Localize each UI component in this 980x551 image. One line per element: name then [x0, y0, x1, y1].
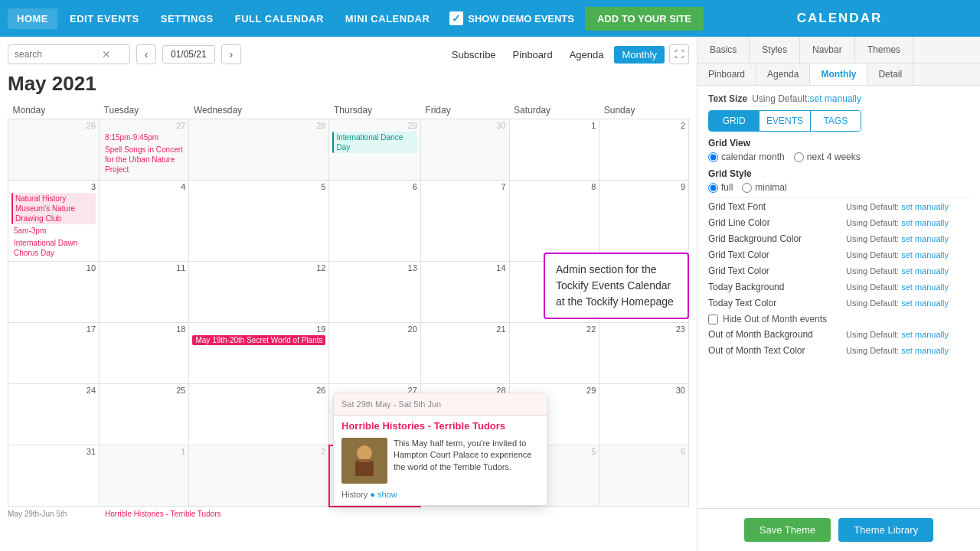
view-tab-monthly[interactable]: Monthly — [810, 64, 867, 85]
day-may-12: 12 — [189, 262, 329, 323]
nav-mini-calendar[interactable]: MINI CALENDAR — [336, 8, 439, 29]
event-item[interactable]: Natural History Museum's Nature Drawing … — [11, 193, 96, 224]
popup-tag[interactable]: History — [341, 490, 368, 499]
grid-text-font-link[interactable]: set manually — [901, 202, 949, 211]
next-month-button[interactable]: › — [221, 44, 241, 64]
grid-style-minimal[interactable]: minimal — [742, 182, 786, 193]
segment-events[interactable]: EVENTS — [759, 111, 809, 131]
grid-bg-color-label: Grid Background Color — [708, 233, 846, 244]
grid-bg-color-link[interactable]: set manually — [901, 234, 949, 243]
today-bg-link[interactable]: set manually — [901, 282, 949, 292]
view-tab-pinboard[interactable]: Pinboard — [697, 64, 756, 85]
grid-style-full[interactable]: full — [708, 182, 733, 193]
grid-text-color-row-1: Grid Text Color Using Default: set manua… — [708, 249, 969, 260]
pinboard-button[interactable]: Pinboard — [507, 46, 559, 64]
today-text-link[interactable]: set manually — [901, 298, 949, 308]
today-text-label: Today Text Color — [708, 298, 846, 308]
day-number: 3 — [11, 182, 96, 191]
nav-full-calendar[interactable]: FULL CALENDAR — [226, 8, 333, 29]
day-may-21: 21 — [420, 323, 509, 384]
day-number: 19 — [192, 324, 325, 334]
day-number: 2 — [603, 121, 685, 130]
day-number: 30 — [424, 121, 506, 130]
day-may-23: 23 — [599, 323, 689, 384]
tab-navbar[interactable]: Navbar — [800, 37, 855, 63]
day-may-11: 11 — [100, 262, 189, 323]
segment-grid[interactable]: GRID — [709, 111, 759, 131]
event-bar-title[interactable]: Horrible Histories - Terrible Tudors — [105, 510, 689, 518]
theme-library-button[interactable]: Theme Library — [838, 518, 933, 542]
agenda-button[interactable]: Agenda — [564, 46, 610, 64]
day-number: 9 — [603, 182, 685, 191]
search-clear-icon[interactable]: ✕ — [102, 48, 111, 60]
grid-style-options: full minimal — [708, 182, 969, 193]
subscribe-button[interactable]: Subscribe — [446, 46, 502, 64]
event-item[interactable]: 5am-3pm — [11, 225, 96, 236]
tab-styles[interactable]: Styles — [750, 37, 800, 63]
grid-line-color-link[interactable]: set manually — [901, 218, 949, 227]
search-box[interactable]: ✕ — [8, 44, 130, 64]
event-item[interactable]: May 19th-20th Secret World of Plants — [192, 335, 325, 345]
monthly-button[interactable]: Monthly — [614, 46, 665, 64]
day-number: 22 — [513, 324, 596, 334]
day-may-31: 31 — [8, 445, 100, 507]
prev-month-button[interactable]: ‹ — [136, 44, 156, 64]
nav-edit-events[interactable]: EDIT EVENTS — [60, 8, 149, 29]
radio-calendar-month[interactable] — [708, 152, 718, 162]
day-apr-28: 28 — [189, 119, 329, 181]
popup-event-title[interactable]: Horrible Histories - Terrible Tudors — [334, 416, 547, 435]
event-item[interactable]: Spell Songs in Concert for the Urban Nat… — [103, 144, 185, 175]
tab-themes[interactable]: Themes — [855, 37, 913, 63]
view-tab-detail[interactable]: Detail — [867, 64, 913, 85]
popup-show-link[interactable]: show — [377, 490, 397, 499]
radio-minimal[interactable] — [742, 183, 752, 193]
grid-text-color-label-1: Grid Text Color — [708, 249, 846, 260]
view-tabs: Pinboard Agenda Monthly Detail — [697, 64, 980, 86]
nav-show-demo[interactable]: ✓ SHOW DEMO EVENTS — [442, 7, 582, 30]
nav-add-to-site[interactable]: ADD TO YOUR SITE — [585, 7, 704, 31]
hide-out-of-month-checkbox[interactable] — [708, 315, 718, 324]
popup-description: This May half term, you're invited to Ha… — [394, 438, 539, 484]
admin-tooltip-text: Admin section for the Tockify Events Cal… — [556, 263, 674, 308]
event-item[interactable]: International Dawn Chorus Day — [11, 237, 96, 259]
col-monday: Monday — [8, 102, 100, 119]
search-input[interactable] — [15, 49, 99, 60]
event-item[interactable]: 8:15pm-9:45pm — [103, 132, 185, 143]
day-jun-6: 6 — [599, 445, 689, 507]
tab-basics[interactable]: Basics — [697, 37, 750, 63]
nav-settings[interactable]: SETTINGS — [152, 8, 223, 29]
day-jun-2: 2 — [189, 445, 329, 507]
out-month-bg-link[interactable]: set manually — [901, 330, 949, 339]
today-text-row: Today Text Color Using Default: set manu… — [708, 298, 969, 308]
text-size-row: Text Size Using Default: set manually — [708, 93, 969, 104]
day-number: 10 — [11, 263, 96, 272]
save-theme-button[interactable]: Save Theme — [744, 518, 831, 542]
event-item[interactable]: International Dance Day — [332, 132, 416, 153]
segment-control: GRID EVENTS TAGS — [708, 110, 861, 132]
out-month-text-link[interactable]: set manually — [901, 346, 949, 355]
day-may-14: 14 — [420, 262, 509, 323]
grid-text-color-link-1[interactable]: set manually — [901, 250, 949, 259]
text-size-value: Using Default: — [752, 93, 809, 104]
day-number: 26 — [192, 386, 325, 395]
view-tab-agenda[interactable]: Agenda — [756, 64, 810, 85]
day-number: 8 — [513, 182, 596, 191]
day-number: 5 — [192, 182, 325, 191]
day-may-3: 3 Natural History Museum's Nature Drawin… — [8, 181, 100, 262]
day-number: 29 — [332, 121, 416, 130]
text-size-label: Text Size — [708, 93, 747, 104]
radio-full[interactable] — [708, 183, 718, 193]
out-month-text-label: Out of Month Text Color — [708, 345, 846, 356]
event-bar-date: May 29th-Jun 5th — [8, 510, 105, 518]
fullscreen-icon[interactable]: ⛶ — [669, 44, 689, 64]
text-size-link[interactable]: set manually — [810, 93, 861, 104]
radio-next-4-weeks[interactable] — [794, 152, 804, 162]
segment-tags[interactable]: TAGS — [810, 111, 861, 131]
grid-view-next-4-weeks[interactable]: next 4 weeks — [794, 152, 861, 162]
grid-view-calendar-month[interactable]: calendar month — [708, 152, 785, 162]
grid-text-color-link-2[interactable]: set manually — [901, 266, 949, 276]
day-jun-1: 1 — [100, 445, 189, 507]
day-may-8: 8 — [509, 181, 599, 262]
day-number: 1 — [103, 447, 185, 456]
nav-home[interactable]: HOME — [8, 8, 57, 29]
